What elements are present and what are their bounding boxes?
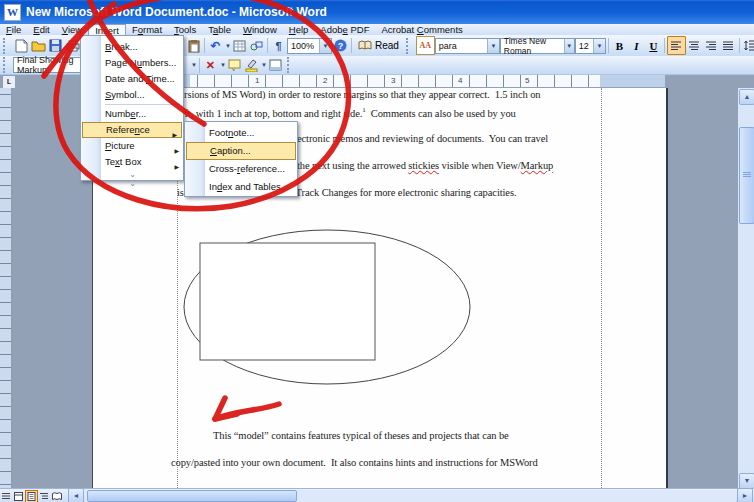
menu-bar: File Edit View Insert Format Tools Table…	[0, 24, 754, 35]
doc-text-line: left, with 1 inch at top, bottom and rig…	[177, 106, 516, 119]
reject-change-icon[interactable]: ✕	[202, 57, 219, 74]
print-icon[interactable]	[64, 37, 81, 54]
help-icon[interactable]: ?	[332, 37, 349, 54]
horizontal-scrollbar-thumb[interactable]	[87, 490, 297, 502]
toolbar-grip[interactable]	[3, 38, 10, 54]
scroll-down-arrow[interactable]: ▼	[739, 473, 754, 489]
document-rectangle-shape[interactable]	[200, 243, 375, 360]
italic-button[interactable]: I	[628, 37, 645, 54]
insert-comment-icon[interactable]	[226, 57, 243, 74]
scroll-up-arrow[interactable]: ▲	[739, 89, 754, 105]
style-combobox[interactable]: para▼	[435, 38, 500, 54]
font-combobox[interactable]: Times New Roman▼	[500, 38, 575, 54]
styles-and-formatting-icon[interactable]: AA	[416, 36, 435, 55]
save-icon[interactable]	[47, 37, 64, 54]
align-left-button[interactable]	[667, 36, 686, 55]
horizontal-scrollbar-track[interactable]	[85, 490, 736, 502]
tab-stop-selector[interactable]: L	[2, 75, 16, 89]
menu-item-reference[interactable]: Reference▶	[82, 122, 182, 138]
menu-item-page-numbers[interactable]: Page Numbers...	[81, 55, 183, 71]
print-layout-view-button[interactable]	[25, 490, 38, 502]
highlight-icon[interactable]	[243, 57, 260, 74]
submenu-arrow-icon: ▶	[174, 159, 179, 175]
vertical-ruler[interactable]	[0, 88, 12, 488]
drawing-icon[interactable]	[248, 37, 265, 54]
doc-text-line: copy/pasted into your own document. It a…	[171, 457, 538, 468]
menu-item-picture[interactable]: Picture▶	[81, 138, 183, 154]
vertical-scrollbar-thumb[interactable]	[739, 127, 754, 224]
line-spacing-icon[interactable]	[742, 37, 754, 54]
menu-format[interactable]: Format	[126, 24, 168, 35]
window-title: New Microsoft Word Document.doc - Micros…	[26, 5, 327, 19]
menu-tools[interactable]: Tools	[168, 24, 202, 35]
align-center-button[interactable]	[686, 37, 703, 54]
menu-help[interactable]: Help	[283, 24, 315, 35]
bold-button[interactable]: B	[611, 37, 628, 54]
menu-adobe-pdf[interactable]: Adobe PDF	[314, 24, 375, 35]
menu-item-caption[interactable]: Caption...	[186, 142, 296, 160]
menu-item-text-box[interactable]: Text Box▶	[81, 154, 183, 170]
toolbar-grip[interactable]	[287, 57, 294, 73]
menu-item-break[interactable]: Break...	[81, 39, 183, 55]
word-document-icon: W	[4, 4, 21, 21]
zoom-combobox[interactable]: 100%▼	[287, 38, 332, 54]
doc-text-line: rsions of MS Word) in order to restore m…	[184, 89, 541, 100]
undo-icon[interactable]: ↶	[207, 37, 224, 54]
insert-menu-panel: Break... Page Numbers... Date and Time..…	[80, 35, 184, 181]
new-document-icon[interactable]	[13, 37, 30, 54]
paste-icon[interactable]	[185, 37, 202, 54]
menu-item-date-and-time[interactable]: Date and Time...	[81, 71, 183, 87]
font-size-combobox[interactable]: 12▼	[575, 38, 606, 54]
menu-item-index-and-tables[interactable]: Index and Tables...	[185, 178, 297, 196]
scroll-right-arrow[interactable]: ►	[737, 488, 753, 502]
book-icon	[358, 40, 372, 51]
toolbar-grip[interactable]	[406, 38, 413, 54]
justify-button[interactable]	[720, 37, 737, 54]
read-button[interactable]: Read	[354, 40, 403, 51]
menu-table[interactable]: Table	[202, 24, 237, 35]
doc-text-line: This “model” contains features typical o…	[213, 430, 509, 441]
toolbar-grip[interactable]	[3, 57, 10, 73]
menu-item-number[interactable]: Number...	[81, 106, 183, 122]
outline-view-button[interactable]	[39, 491, 50, 502]
reference-submenu-panel: Footnote... Caption... Cross-reference..…	[184, 121, 298, 197]
underline-button[interactable]: U	[645, 37, 662, 54]
menu-item-footnote[interactable]: Footnote...	[185, 124, 297, 142]
menu-insert[interactable]: Insert	[88, 24, 126, 36]
spellcheck-word: Markup	[521, 160, 554, 171]
spellcheck-word: stickies	[408, 160, 439, 171]
scroll-left-arrow[interactable]: ◄	[68, 488, 84, 502]
svg-text:?: ?	[338, 41, 344, 51]
menu-acrobat-comments[interactable]: Acrobat Comments	[375, 24, 468, 35]
menu-file[interactable]: File	[0, 24, 27, 35]
menu-separator	[105, 104, 180, 105]
web-layout-view-button[interactable]	[13, 491, 24, 502]
title-bar: W New Microsoft Word Document.doc - Micr…	[0, 0, 754, 24]
vertical-scrollbar[interactable]: ▲ ▼	[738, 88, 754, 488]
menu-edit[interactable]: Edit	[27, 24, 55, 35]
normal-view-button[interactable]	[1, 491, 12, 502]
align-right-button[interactable]	[703, 37, 720, 54]
menu-window[interactable]: Window	[237, 24, 283, 35]
horizontal-scrollbar-row: ◄ ►	[0, 488, 754, 502]
open-icon[interactable]	[30, 37, 47, 54]
insert-table-icon[interactable]	[231, 37, 248, 54]
reviewing-pane-icon[interactable]	[267, 57, 284, 74]
menu-item-cross-reference[interactable]: Cross-reference...	[185, 160, 297, 178]
doc-text-line: ectronic memos and reviewing of document…	[297, 133, 548, 144]
reading-layout-view-button[interactable]	[51, 491, 62, 502]
show-hide-pilcrow-button[interactable]: ¶	[270, 37, 287, 54]
show-dropdown-caret[interactable]: ▼	[191, 62, 197, 68]
word-application-window: W New Microsoft Word Document.doc - Micr…	[0, 0, 754, 502]
menu-view[interactable]: View	[56, 24, 88, 35]
menu-item-symbol[interactable]: Symbol...	[81, 87, 183, 103]
doc-text-line: the next using the arrowed stickies visi…	[297, 160, 553, 171]
